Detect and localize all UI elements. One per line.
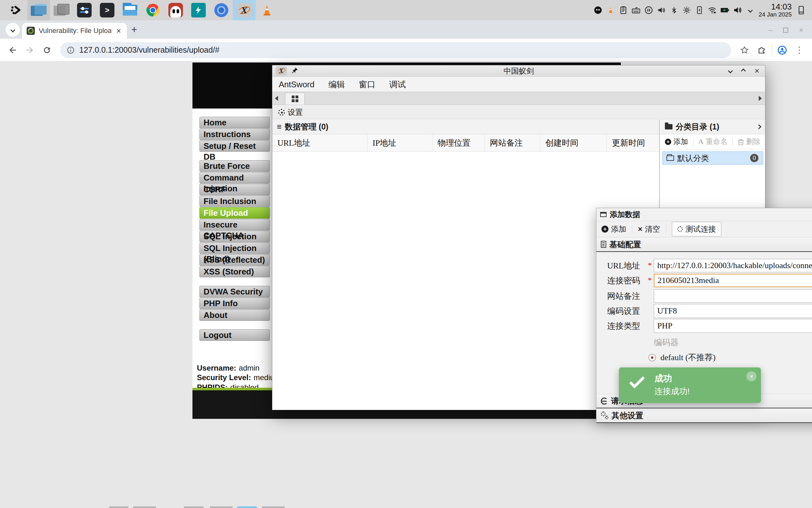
tray-expand-chevron-icon[interactable] xyxy=(744,0,757,20)
sidebar-menu-item[interactable]: DVWA Security xyxy=(199,286,270,297)
url-text[interactable]: 127.0.0.1:20003/vulnerabilities/upload/# xyxy=(79,45,220,54)
extensions-icon[interactable] xyxy=(755,43,769,57)
battery-icon[interactable] xyxy=(718,0,731,20)
pin-icon[interactable] xyxy=(291,67,298,75)
bluetooth-icon[interactable] xyxy=(668,0,680,20)
section-other-settings[interactable]: 其他设置 xyxy=(596,408,812,423)
dialog-test-connection-button[interactable]: 测试连接 xyxy=(672,222,721,237)
address-bar[interactable]: 127.0.0.1:20003/vulnerabilities/upload/# xyxy=(60,42,731,58)
sidebar-menu-item[interactable]: Command Injection xyxy=(199,172,270,183)
ghost-status-icon[interactable] xyxy=(592,0,604,20)
tab-scroll-left-icon[interactable] xyxy=(275,96,278,101)
sidebar-menu-item[interactable]: Instructions xyxy=(199,128,270,140)
antsword-close-icon[interactable]: × xyxy=(755,66,759,76)
sidebar-menu-item[interactable]: File Inclusion xyxy=(199,196,270,207)
dock-preview-sliver[interactable] xyxy=(184,506,203,508)
table-column-header[interactable]: 网站备注 xyxy=(485,134,540,151)
menubar-item[interactable]: AntSword xyxy=(279,80,315,89)
tab-scroll-right-icon[interactable] xyxy=(759,96,762,101)
phone-charging-icon[interactable] xyxy=(693,0,706,20)
note-input[interactable] xyxy=(654,289,812,303)
browser-tab-active[interactable]: Vulnerability: File Upload :: × xyxy=(22,23,127,39)
vlc-status-icon[interactable] xyxy=(604,0,617,20)
terminal-app-icon[interactable]: > xyxy=(96,0,118,20)
table-column-header[interactable]: IP地址 xyxy=(368,134,432,151)
encoder-option[interactable]: default (不推荐) xyxy=(649,352,716,363)
tab-close-icon[interactable]: × xyxy=(115,26,123,36)
dock-preview-sliver[interactable] xyxy=(262,506,285,508)
sidebar-menu-item[interactable]: XSS (Reflected) xyxy=(199,254,270,265)
sidebar-menu-item[interactable]: Insecure CAPTCHA xyxy=(199,219,270,230)
dialog-clear-button[interactable]: × 清空 xyxy=(638,224,660,234)
category-item-default[interactable]: 默认分类 0 xyxy=(662,151,763,165)
sidebar-menu-item[interactable]: File Upload xyxy=(199,207,270,219)
clipboard-icon[interactable] xyxy=(617,0,630,20)
table-column-header[interactable]: 创建时间 xyxy=(540,134,607,151)
category-rename-button[interactable]: A 重命名 xyxy=(698,137,728,146)
dock-preview-sliver-active[interactable] xyxy=(237,506,257,508)
sidebar-menu-item[interactable]: SQL Injection (Blind) xyxy=(199,243,270,254)
back-button[interactable] xyxy=(6,43,20,57)
sidebar-menu-item[interactable]: Brute Force xyxy=(199,160,270,172)
sidebar-menu-item[interactable]: XSS (Stored) xyxy=(199,266,270,277)
password-input[interactable] xyxy=(654,274,812,287)
tab-search-button[interactable] xyxy=(6,23,20,37)
forward-button[interactable] xyxy=(23,43,37,57)
antsword-home-tab[interactable] xyxy=(285,93,305,105)
dialog-add-button[interactable]: + 添加 xyxy=(602,224,626,234)
dialog-titlebar[interactable]: 添加数据 – × xyxy=(596,208,812,221)
menubar-item[interactable]: 编辑 xyxy=(329,79,345,90)
connection-type-select[interactable]: PHP xyxy=(654,319,812,333)
brightness-icon[interactable] xyxy=(680,0,693,20)
category-panel-header[interactable]: 分类目录 (1) xyxy=(661,120,765,134)
window-maximize-icon[interactable] xyxy=(783,28,788,33)
ghostwriter-app-icon[interactable] xyxy=(164,0,187,20)
antsword-xorg-icon[interactable]: X xyxy=(233,0,255,20)
dock-preview-sliver[interactable] xyxy=(210,506,233,508)
keyboard-icon[interactable] xyxy=(630,0,642,20)
page-info-icon[interactable] xyxy=(66,46,75,54)
table-column-header[interactable]: 更新时间 xyxy=(607,134,659,151)
settings-button[interactable]: 设置 xyxy=(278,107,303,117)
volume-icon[interactable] xyxy=(655,0,668,20)
sidebar-menu-item[interactable]: Logout xyxy=(199,329,270,341)
toast-close-button[interactable]: × xyxy=(746,371,757,381)
chrome-icon[interactable] xyxy=(141,0,164,20)
table-column-header[interactable]: 物理位置 xyxy=(432,134,485,151)
window-rollup-chevron-icon[interactable] xyxy=(741,69,746,74)
sidebar-menu-item[interactable]: About xyxy=(199,309,270,321)
antsword-titlebar[interactable]: 中国蚁剑 X × xyxy=(272,66,765,77)
volume-output-icon[interactable] xyxy=(731,0,744,20)
section-base-config[interactable]: 基础配置 xyxy=(596,237,812,252)
category-add-button[interactable]: + 添加 xyxy=(665,137,688,146)
sidebar-menu-item[interactable]: Home xyxy=(199,117,270,128)
sidebar-menu-item[interactable]: SQL Injection xyxy=(199,231,270,242)
profile-avatar[interactable] xyxy=(775,43,789,57)
bookmark-star-icon[interactable] xyxy=(737,43,752,57)
wifi-lock-icon[interactable] xyxy=(706,0,718,20)
window-close-icon[interactable]: × xyxy=(799,26,803,34)
sidebar-menu-item[interactable]: PHP Info xyxy=(199,298,270,309)
chevron-right-icon[interactable] xyxy=(757,124,762,129)
window-minimize-icon[interactable]: – xyxy=(769,26,772,34)
menubar-item[interactable]: 调试 xyxy=(389,79,406,90)
menubar-item[interactable]: 窗口 xyxy=(359,79,375,90)
url-input[interactable] xyxy=(654,259,812,272)
encoding-select[interactable]: UTF8 xyxy=(654,304,812,318)
file-manager-icon[interactable] xyxy=(118,0,141,20)
window-rolldown-chevron-icon[interactable] xyxy=(728,69,733,74)
display-layout-icon[interactable] xyxy=(795,0,808,20)
settings-app-icon[interactable] xyxy=(73,0,96,20)
vlc-icon[interactable] xyxy=(255,0,278,20)
taskbar-clock[interactable]: 14:03 24 Jan 2025 xyxy=(758,2,792,18)
chromium-icon[interactable] xyxy=(210,0,233,20)
window-preview-inactive-icon[interactable] xyxy=(50,0,73,20)
new-tab-button[interactable]: + xyxy=(131,24,137,36)
reload-button[interactable] xyxy=(40,43,54,57)
radio-icon[interactable] xyxy=(649,354,656,362)
category-delete-button[interactable]: 删除 xyxy=(738,137,761,146)
activities-icon[interactable] xyxy=(4,0,27,20)
dock-preview-sliver[interactable] xyxy=(109,506,129,508)
table-column-header[interactable]: URL地址 xyxy=(272,134,368,151)
sidebar-menu-item[interactable]: Setup / Reset DB xyxy=(199,140,270,152)
